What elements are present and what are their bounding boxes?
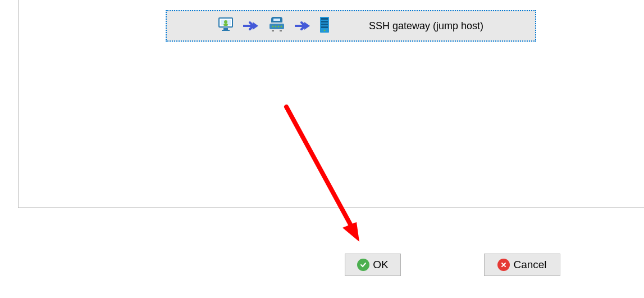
svg-rect-16 (321, 21, 328, 22)
svg-rect-17 (321, 24, 328, 25)
svg-point-19 (324, 29, 326, 31)
gateway-icon-row (217, 16, 330, 36)
svg-rect-5 (223, 24, 228, 26)
svg-rect-3 (222, 30, 230, 31)
check-icon (357, 259, 369, 271)
svg-rect-13 (280, 30, 282, 31)
svg-point-11 (281, 25, 282, 27)
ssh-gateway-label: SSH gateway (jump host) (369, 20, 483, 32)
arrow-right-icon (243, 16, 259, 35)
network-device-icon (268, 17, 286, 35)
svg-point-8 (272, 25, 274, 27)
svg-rect-12 (272, 30, 274, 31)
arrow-right-icon (295, 16, 310, 35)
svg-marker-21 (342, 222, 359, 242)
svg-point-9 (275, 25, 277, 27)
cancel-button[interactable]: Cancel (484, 254, 560, 276)
svg-point-4 (224, 20, 227, 24)
svg-rect-18 (321, 26, 328, 28)
cancel-label: Cancel (513, 259, 546, 271)
ok-label: OK (373, 259, 388, 271)
ok-button[interactable]: OK (345, 254, 401, 276)
svg-rect-15 (321, 18, 328, 20)
svg-rect-6 (273, 19, 280, 21)
svg-point-10 (278, 25, 280, 27)
close-icon (497, 259, 510, 271)
user-monitor-icon (217, 17, 234, 35)
svg-rect-2 (223, 28, 228, 30)
server-icon (319, 16, 330, 36)
ssh-gateway-button[interactable]: SSH gateway (jump host) (166, 10, 536, 42)
